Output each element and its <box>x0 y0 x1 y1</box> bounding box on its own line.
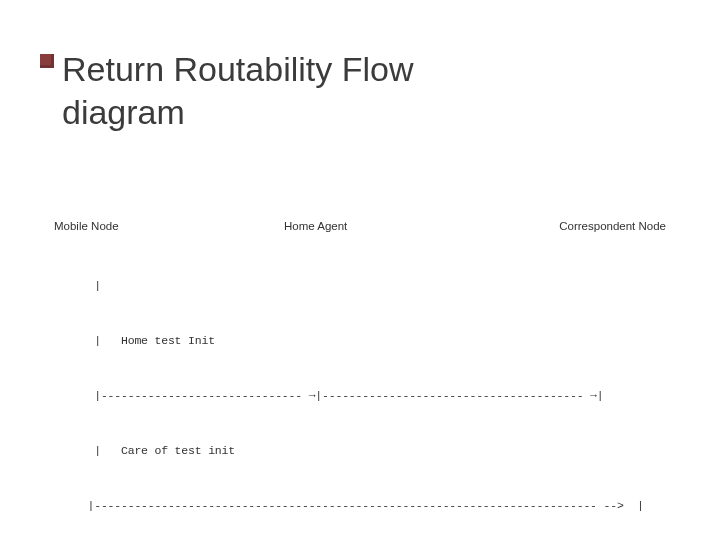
title-line-2: diagram <box>62 93 185 131</box>
flow-line: |---------------------------------------… <box>54 497 666 515</box>
title-bullet <box>40 54 54 68</box>
slide-title: Return Routability Flow diagram <box>62 48 413 133</box>
flow-line: | Care of test init | <box>54 442 666 460</box>
title-line-1: Return Routability Flow <box>62 50 413 88</box>
flow-line: | Home test Init | <box>54 332 666 350</box>
flow-line: |------------------------------ →|------… <box>54 387 666 405</box>
header-home-agent: Home Agent <box>284 220 347 232</box>
header-correspondent-node: Correspondent Node <box>559 220 666 232</box>
flow-diagram: | | | Home test Init <box>54 240 666 540</box>
flow-line: | | <box>54 277 666 295</box>
header-mobile-node: Mobile Node <box>54 220 119 232</box>
